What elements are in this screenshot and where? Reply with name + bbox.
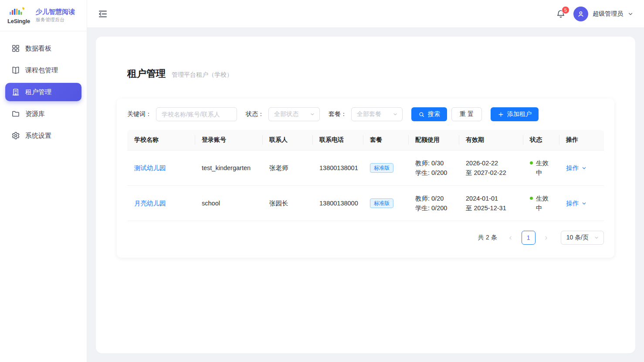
table-row: 月亮幼儿园 school 张园长 13800138000 标准版 教师: 0/2…	[127, 186, 604, 221]
validity-cell: 2026-02-22 至 2027-02-22	[459, 150, 523, 186]
plan-select[interactable]: 全部套餐	[351, 107, 403, 121]
add-tenant-button[interactable]: 添加租户	[491, 107, 539, 121]
pagination-total: 共 2 条	[478, 234, 497, 242]
sidebar-item-label: 资源库	[25, 110, 45, 118]
notification-bell-icon[interactable]: 5	[556, 9, 566, 19]
sidebar-item-course-packages[interactable]: 课程包管理	[5, 61, 81, 79]
status-badge: 生效中	[536, 158, 550, 178]
chevron-down-icon	[581, 201, 587, 206]
brand-subtitle: 服务管理后台	[36, 17, 75, 23]
plan-tag: 标准版	[370, 163, 393, 173]
quota-cell: 教师: 0/20 学生: 0/200	[408, 186, 459, 221]
col-contact: 联系人	[262, 130, 312, 150]
brand-title: 少儿智慧阅读	[36, 8, 75, 16]
row-actions-dropdown[interactable]: 操作	[566, 199, 587, 208]
pagination: 共 2 条 1 10 条/页	[127, 221, 604, 251]
main-content: 租户管理 管理平台租户（学校） 关键词： 状态： 全部状态 套餐：	[87, 28, 644, 362]
filter-bar: 关键词： 状态： 全部状态 套餐： 全部套餐	[127, 107, 604, 121]
chevron-down-icon	[627, 11, 634, 17]
brand-block: LeSingle 少儿智慧阅读 服务管理后台	[0, 0, 87, 31]
lesingle-bars-logo: LeSingle	[6, 7, 31, 24]
col-quota: 配额使用	[408, 130, 459, 150]
status-select[interactable]: 全部状态	[268, 107, 320, 121]
search-button[interactable]: 搜索	[411, 107, 447, 121]
sidebar: LeSingle 少儿智慧阅读 服务管理后台 数据看板 课程	[0, 0, 87, 362]
course-package-icon	[11, 66, 20, 75]
tenant-table: 学校名称 登录账号 联系人 联系电话 套餐 配额使用 有效期 状态 操作	[127, 130, 604, 221]
contact-cell: 张园长	[262, 186, 312, 221]
brand-logo-text: LeSingle	[6, 18, 31, 24]
pagination-prev-icon[interactable]	[504, 231, 517, 244]
chevron-down-icon	[594, 235, 599, 240]
pagination-page-1[interactable]: 1	[522, 231, 536, 245]
settings-gear-icon	[11, 131, 20, 140]
col-phone: 联系电话	[312, 130, 363, 150]
search-icon	[418, 111, 425, 118]
plan-label: 套餐：	[329, 110, 347, 118]
sidebar-item-label: 系统设置	[25, 132, 51, 140]
menu-fold-icon[interactable]	[98, 9, 108, 19]
page-title: 租户管理	[127, 67, 166, 80]
sidebar-item-tenants[interactable]: 租户管理	[5, 83, 81, 101]
validity-cell: 2024-01-01 至 2025-12-31	[459, 186, 523, 221]
page-card: 租户管理 管理平台租户（学校） 关键词： 状态： 全部状态 套餐：	[96, 37, 635, 353]
user-menu[interactable]: 超级管理员	[573, 7, 634, 21]
row-actions-dropdown[interactable]: 操作	[566, 164, 587, 172]
chevron-down-icon	[581, 165, 587, 171]
sidebar-item-settings[interactable]: 系统设置	[5, 126, 81, 145]
chevron-down-icon	[310, 112, 315, 117]
chevron-down-icon	[393, 112, 398, 117]
school-name-link[interactable]: 测试幼儿园	[134, 164, 166, 171]
phone-cell: 13800138000	[312, 186, 363, 221]
status-dot	[530, 161, 533, 164]
status-dot	[530, 197, 533, 200]
status-cell: 生效中	[523, 186, 559, 221]
sidebar-item-label: 数据看板	[25, 44, 51, 53]
status-badge: 生效中	[536, 194, 550, 213]
plan-select-value: 全部套餐	[357, 110, 381, 118]
table-header-row: 学校名称 登录账号 联系人 联系电话 套餐 配额使用 有效期 状态 操作	[127, 130, 604, 150]
resource-folder-icon	[11, 109, 20, 118]
col-login-account: 登录账号	[195, 130, 262, 150]
sidebar-item-label: 租户管理	[25, 88, 51, 96]
dashboard-icon	[11, 44, 20, 53]
col-plan: 套餐	[363, 130, 408, 150]
account-cell: school	[195, 186, 262, 221]
sidebar-item-dashboard[interactable]: 数据看板	[5, 39, 81, 58]
notification-badge: 5	[562, 6, 569, 14]
reset-button[interactable]: 重 置	[451, 107, 482, 121]
col-status: 状态	[523, 130, 559, 150]
sidebar-menu: 数据看板 课程包管理 租户管理	[0, 31, 87, 153]
tenant-building-icon	[11, 88, 20, 96]
page-size-select[interactable]: 10 条/页	[561, 231, 604, 245]
col-school-name: 学校名称	[127, 130, 195, 150]
status-label: 状态：	[246, 110, 264, 118]
keyword-label: 关键词：	[127, 110, 152, 118]
quota-cell: 教师: 0/30 学生: 0/200	[408, 150, 459, 186]
tenant-table-wrap: 学校名称 登录账号 联系人 联系电话 套餐 配额使用 有效期 状态 操作	[127, 130, 604, 251]
page-subtitle: 管理平台租户（学校）	[172, 71, 233, 79]
page-size-value: 10 条/页	[566, 234, 589, 242]
status-cell: 生效中	[523, 150, 559, 186]
keyword-input[interactable]	[156, 107, 237, 121]
pagination-next-icon[interactable]	[540, 231, 553, 244]
user-name: 超级管理员	[593, 10, 623, 18]
phone-cell: 13800138001	[312, 150, 363, 186]
avatar	[573, 7, 588, 21]
sidebar-item-label: 课程包管理	[25, 66, 58, 75]
account-cell: test_kindergarten	[195, 150, 262, 186]
plan-tag: 标准版	[370, 198, 393, 208]
col-actions: 操作	[559, 130, 604, 150]
tenant-panel: 关键词： 状态： 全部状态 套餐： 全部套餐	[117, 99, 614, 258]
school-name-link[interactable]: 月亮幼儿园	[134, 200, 166, 207]
status-select-value: 全部状态	[274, 110, 298, 118]
table-row: 测试幼儿园 test_kindergarten 张老师 13800138001 …	[127, 150, 604, 186]
top-header: 5 超级管理员	[87, 0, 644, 28]
contact-cell: 张老师	[262, 150, 312, 186]
sidebar-item-resources[interactable]: 资源库	[5, 105, 81, 123]
plus-icon	[498, 111, 504, 118]
col-validity: 有效期	[459, 130, 523, 150]
